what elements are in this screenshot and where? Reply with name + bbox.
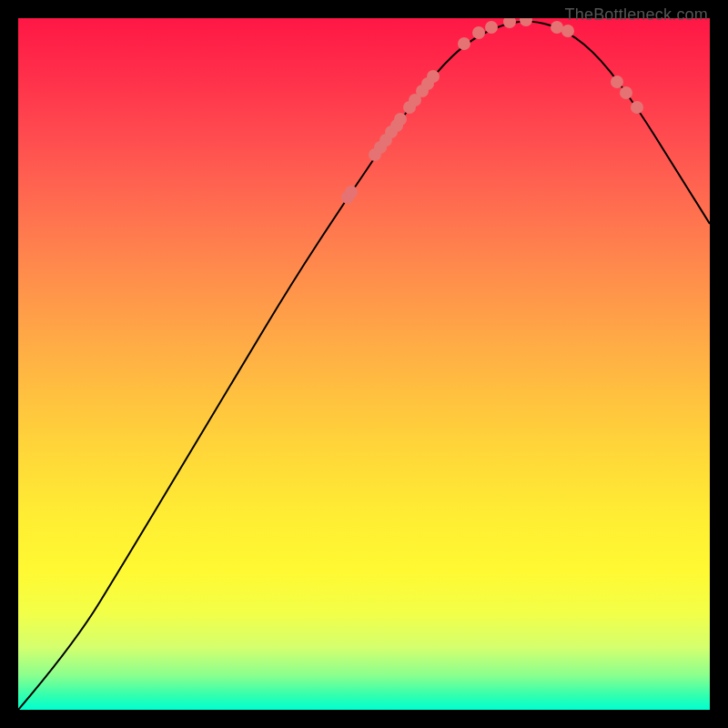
data-marker <box>631 101 643 114</box>
bottleneck-gradient-plot <box>18 18 710 710</box>
data-marker <box>551 21 563 34</box>
data-marker <box>427 70 440 83</box>
data-marker <box>485 21 498 34</box>
data-marker <box>620 86 632 99</box>
data-markers <box>341 18 643 204</box>
watermark-text: TheBottleneck.com <box>565 5 708 25</box>
bottleneck-curve <box>18 22 710 711</box>
data-marker <box>561 25 574 37</box>
curve-layer <box>18 18 710 710</box>
data-marker <box>472 26 485 39</box>
data-marker <box>458 37 470 50</box>
data-marker <box>503 18 516 28</box>
data-marker <box>394 113 407 126</box>
data-marker <box>345 186 358 198</box>
data-marker <box>611 76 623 88</box>
data-marker <box>520 18 532 26</box>
